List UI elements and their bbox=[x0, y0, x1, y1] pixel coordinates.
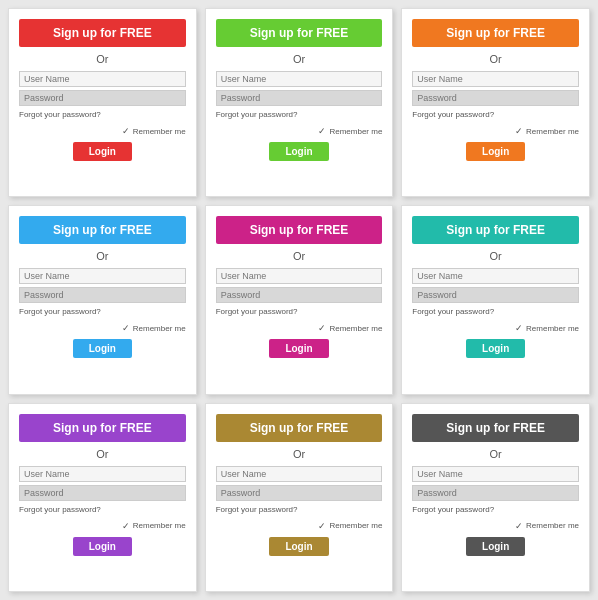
remember-text-7: Remember me bbox=[133, 521, 186, 530]
or-text-3: Or bbox=[490, 53, 502, 65]
remember-icon-8: ✓ bbox=[318, 521, 326, 531]
remember-icon-4: ✓ bbox=[122, 323, 130, 333]
remember-row-1: ✓ Remember me bbox=[19, 126, 186, 136]
forgot-text-8: Forgot your password? bbox=[216, 505, 383, 514]
remember-row-5: ✓ Remember me bbox=[216, 323, 383, 333]
or-text-7: Or bbox=[96, 448, 108, 460]
form-area-4: Forgot your password? bbox=[19, 268, 186, 316]
or-text-8: Or bbox=[293, 448, 305, 460]
or-text-5: Or bbox=[293, 250, 305, 262]
password-input-8[interactable] bbox=[216, 485, 383, 501]
login-button-4[interactable]: Login bbox=[73, 339, 132, 358]
username-input-4[interactable] bbox=[19, 268, 186, 284]
forgot-text-4: Forgot your password? bbox=[19, 307, 186, 316]
username-input-5[interactable] bbox=[216, 268, 383, 284]
username-input-7[interactable] bbox=[19, 466, 186, 482]
username-input-6[interactable] bbox=[412, 268, 579, 284]
form-area-3: Forgot your password? bbox=[412, 71, 579, 119]
forgot-text-1: Forgot your password? bbox=[19, 110, 186, 119]
signup-button-5[interactable]: Sign up for FREE bbox=[216, 216, 383, 244]
remember-text-4: Remember me bbox=[133, 324, 186, 333]
remember-icon-3: ✓ bbox=[515, 126, 523, 136]
form-area-8: Forgot your password? bbox=[216, 466, 383, 514]
username-input-9[interactable] bbox=[412, 466, 579, 482]
remember-text-6: Remember me bbox=[526, 324, 579, 333]
login-button-6[interactable]: Login bbox=[466, 339, 525, 358]
login-card-4: Sign up for FREE Or Forgot your password… bbox=[8, 205, 197, 394]
forgot-text-7: Forgot your password? bbox=[19, 505, 186, 514]
password-input-4[interactable] bbox=[19, 287, 186, 303]
remember-text-9: Remember me bbox=[526, 521, 579, 530]
remember-icon-7: ✓ bbox=[122, 521, 130, 531]
remember-row-3: ✓ Remember me bbox=[412, 126, 579, 136]
forgot-text-5: Forgot your password? bbox=[216, 307, 383, 316]
password-input-5[interactable] bbox=[216, 287, 383, 303]
login-card-6: Sign up for FREE Or Forgot your password… bbox=[401, 205, 590, 394]
forgot-text-6: Forgot your password? bbox=[412, 307, 579, 316]
remember-text-8: Remember me bbox=[329, 521, 382, 530]
login-card-1: Sign up for FREE Or Forgot your password… bbox=[8, 8, 197, 197]
login-button-1[interactable]: Login bbox=[73, 142, 132, 161]
login-card-8: Sign up for FREE Or Forgot your password… bbox=[205, 403, 394, 592]
username-input-1[interactable] bbox=[19, 71, 186, 87]
form-area-7: Forgot your password? bbox=[19, 466, 186, 514]
password-input-7[interactable] bbox=[19, 485, 186, 501]
form-area-1: Forgot your password? bbox=[19, 71, 186, 119]
remember-icon-2: ✓ bbox=[318, 126, 326, 136]
login-button-8[interactable]: Login bbox=[269, 537, 328, 556]
password-input-9[interactable] bbox=[412, 485, 579, 501]
remember-row-6: ✓ Remember me bbox=[412, 323, 579, 333]
or-text-2: Or bbox=[293, 53, 305, 65]
login-button-9[interactable]: Login bbox=[466, 537, 525, 556]
login-card-7: Sign up for FREE Or Forgot your password… bbox=[8, 403, 197, 592]
remember-icon-5: ✓ bbox=[318, 323, 326, 333]
or-text-4: Or bbox=[96, 250, 108, 262]
signup-button-4[interactable]: Sign up for FREE bbox=[19, 216, 186, 244]
username-input-2[interactable] bbox=[216, 71, 383, 87]
forgot-text-9: Forgot your password? bbox=[412, 505, 579, 514]
remember-text-1: Remember me bbox=[133, 127, 186, 136]
signup-button-9[interactable]: Sign up for FREE bbox=[412, 414, 579, 442]
remember-row-7: ✓ Remember me bbox=[19, 521, 186, 531]
remember-row-9: ✓ Remember me bbox=[412, 521, 579, 531]
signup-button-8[interactable]: Sign up for FREE bbox=[216, 414, 383, 442]
form-area-2: Forgot your password? bbox=[216, 71, 383, 119]
signup-button-7[interactable]: Sign up for FREE bbox=[19, 414, 186, 442]
form-area-9: Forgot your password? bbox=[412, 466, 579, 514]
or-text-6: Or bbox=[490, 250, 502, 262]
or-text-1: Or bbox=[96, 53, 108, 65]
remember-icon-6: ✓ bbox=[515, 323, 523, 333]
forgot-text-2: Forgot your password? bbox=[216, 110, 383, 119]
card-grid: Sign up for FREE Or Forgot your password… bbox=[0, 0, 598, 600]
username-input-8[interactable] bbox=[216, 466, 383, 482]
remember-row-2: ✓ Remember me bbox=[216, 126, 383, 136]
remember-text-5: Remember me bbox=[329, 324, 382, 333]
password-input-6[interactable] bbox=[412, 287, 579, 303]
login-button-5[interactable]: Login bbox=[269, 339, 328, 358]
login-card-3: Sign up for FREE Or Forgot your password… bbox=[401, 8, 590, 197]
password-input-1[interactable] bbox=[19, 90, 186, 106]
username-input-3[interactable] bbox=[412, 71, 579, 87]
login-card-2: Sign up for FREE Or Forgot your password… bbox=[205, 8, 394, 197]
login-card-5: Sign up for FREE Or Forgot your password… bbox=[205, 205, 394, 394]
remember-icon-1: ✓ bbox=[122, 126, 130, 136]
remember-icon-9: ✓ bbox=[515, 521, 523, 531]
remember-row-4: ✓ Remember me bbox=[19, 323, 186, 333]
login-button-7[interactable]: Login bbox=[73, 537, 132, 556]
password-input-3[interactable] bbox=[412, 90, 579, 106]
login-button-2[interactable]: Login bbox=[269, 142, 328, 161]
signup-button-6[interactable]: Sign up for FREE bbox=[412, 216, 579, 244]
login-card-9: Sign up for FREE Or Forgot your password… bbox=[401, 403, 590, 592]
signup-button-3[interactable]: Sign up for FREE bbox=[412, 19, 579, 47]
forgot-text-3: Forgot your password? bbox=[412, 110, 579, 119]
signup-button-1[interactable]: Sign up for FREE bbox=[19, 19, 186, 47]
signup-button-2[interactable]: Sign up for FREE bbox=[216, 19, 383, 47]
remember-text-2: Remember me bbox=[329, 127, 382, 136]
or-text-9: Or bbox=[490, 448, 502, 460]
remember-text-3: Remember me bbox=[526, 127, 579, 136]
form-area-5: Forgot your password? bbox=[216, 268, 383, 316]
form-area-6: Forgot your password? bbox=[412, 268, 579, 316]
login-button-3[interactable]: Login bbox=[466, 142, 525, 161]
password-input-2[interactable] bbox=[216, 90, 383, 106]
remember-row-8: ✓ Remember me bbox=[216, 521, 383, 531]
